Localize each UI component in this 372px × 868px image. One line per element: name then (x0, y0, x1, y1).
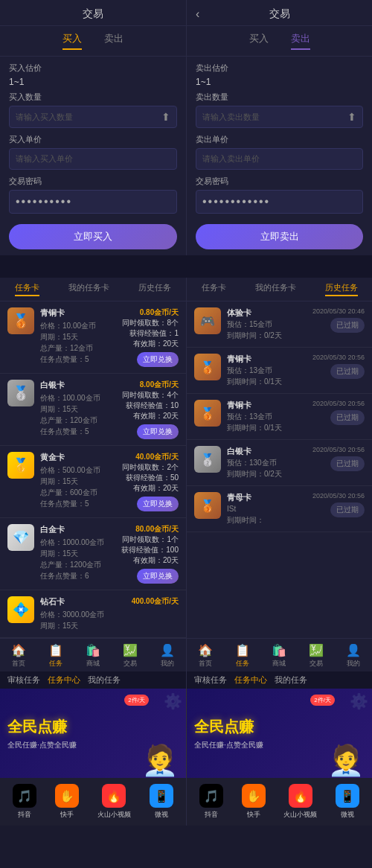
silver-info: 白银卡 价格：100.00金币周期：15天总产量：120金币任务点赞量：5 (40, 380, 119, 437)
left-subtitle-audit[interactable]: 审核任务 (7, 674, 40, 686)
sell-quantity-arrow[interactable]: ⬆ (347, 111, 356, 123)
kuaishou-label-left: 快手 (60, 810, 74, 820)
hist-card-experience: 🎮 体验卡 预估：15金币到期时间：0/2天 2020/05/30 20:46 … (187, 301, 372, 348)
silver-redeem-btn[interactable]: 立即兑换 (137, 424, 179, 439)
task-nav-history[interactable]: 历史任务 (138, 282, 171, 296)
nav-home-left[interactable]: 🏠 首页 (11, 643, 26, 668)
hist-bronze2-expired-btn[interactable]: 已过期 (330, 410, 365, 425)
sell-password-input[interactable]: •••••••••••• (196, 190, 363, 214)
app-douyin-left[interactable]: 🎵 抖音 (13, 784, 36, 820)
nav-task-label-right: 任务 (236, 659, 249, 668)
left-subtitle-my[interactable]: 我的任务 (88, 674, 121, 686)
platinum-redeem-btn[interactable]: 立即兑换 (137, 569, 179, 584)
quantity-input[interactable]: 请输入买入数量 ⬆ (9, 106, 177, 128)
left-promo-figure: 🧑‍💼 (141, 743, 179, 778)
price-input[interactable]: 请输入买入单价 (9, 148, 177, 170)
nav-mine-right[interactable]: 👤 我的 (346, 643, 361, 668)
task-nav-cards[interactable]: 任务卡 (15, 282, 39, 296)
sell-button[interactable]: 立即卖出 (196, 224, 363, 249)
tab-sell-left[interactable]: 卖出 (104, 32, 124, 50)
app-huoshan-right[interactable]: 🔥 火山小视频 (283, 784, 317, 820)
nav-task-left[interactable]: 📋 任务 (48, 643, 63, 668)
password-input[interactable]: •••••••••• (9, 190, 177, 214)
left-subtitle-center[interactable]: 任务中心 (48, 674, 80, 686)
app-kuaishou-left[interactable]: ✋ 快手 (55, 784, 79, 820)
hist-bronze2-date: 2020/05/30 20:56 (312, 400, 365, 407)
bronze-redeem-btn[interactable]: 立即兑换 (137, 352, 179, 367)
right-promo-panel: ⚙️ 全民点赚 全民任赚·点赞全民赚 2件/天 🧑‍💼 (186, 689, 372, 778)
left-promo-text: 全民点赚 全民任赚·点赞全民赚 (7, 717, 77, 750)
sell-panel-title: 交易 (269, 7, 290, 21)
app-huoshan-left[interactable]: 🔥 火山小视频 (97, 784, 131, 820)
tab-sell-right[interactable]: 卖出 (291, 32, 310, 50)
hist-mother-expired-btn[interactable]: 已过期 (330, 502, 365, 517)
nav-shop-left[interactable]: 🛍️ 商城 (86, 643, 100, 668)
nav-task-right[interactable]: 📋 任务 (235, 643, 250, 668)
left-bottom-nav: 🏠 首页 📋 任务 🛍️ 商城 💹 交易 👤 我的 (0, 638, 186, 671)
silver-extra: 同时领取数：4个获得经验值：10有效期：20天 (119, 390, 179, 421)
douyin-icon-left: 🎵 (13, 784, 36, 808)
weishi-icon-right: 📱 (336, 784, 359, 808)
tab-buy[interactable]: 买入 (62, 32, 82, 50)
right-subtitle-my[interactable]: 我的任务 (275, 674, 307, 686)
gold-right: 40.00金币/天 同时领取数：2个获得经验值：50有效期：20天 立即兑换 (119, 452, 179, 511)
task-card-diamond: 💠 钻石卡 价格：3000.00金币周期：15天 400.00金币/天 (0, 590, 186, 638)
quantity-label: 买入数量 (9, 92, 177, 103)
buy-panel: 交易 买入 卖出 买入估价 1~1 买入数量 请输入买入数量 ⬆ 买入单价 请输… (0, 0, 186, 255)
nav-mine-label-right: 我的 (347, 659, 360, 668)
right-task-nav-history[interactable]: 历史任务 (325, 282, 358, 296)
hist-bronze1-expired-btn[interactable]: 已过期 (330, 364, 365, 379)
buy-button[interactable]: 立即买入 (9, 224, 177, 249)
hist-experience-expired-btn[interactable]: 已过期 (330, 318, 365, 333)
hist-silver-icon: 🥈 (194, 446, 221, 473)
platinum-detail: 价格：1000.00金币周期：15天总产量：1200金币任务点赞量：6 (40, 537, 119, 581)
weishi-icon-left: 📱 (150, 784, 173, 808)
nav-trade-right[interactable]: 💹 交易 (309, 643, 324, 668)
nav-trade-left[interactable]: 💹 交易 (123, 643, 138, 668)
right-task-panel: 任务卡 我的任务卡 历史任务 🎮 体验卡 预估：15金币到期时间：0/2天 20… (186, 278, 372, 638)
weishi-label-left: 微视 (155, 810, 168, 820)
hist-card-bronze2: 🥉 青铜卡 预估：13金币到期时间：0/1天 2020/05/30 20:56 … (187, 394, 372, 440)
diamond-info: 钻石卡 价格：3000.00金币周期：15天 (40, 596, 119, 631)
hist-bronze1-sub: 预估：13金币到期时间：0/1天 (227, 365, 312, 387)
app-weishi-left[interactable]: 📱 微视 (150, 784, 173, 820)
sell-price-input[interactable]: 请输入卖出单价 (196, 148, 363, 170)
app-weishi-right[interactable]: 📱 微视 (336, 784, 359, 820)
nav-mine-left[interactable]: 👤 我的 (160, 643, 175, 668)
hist-card-bronze1: 🥉 青铜卡 预估：13金币到期时间：0/1天 2020/05/30 20:56 … (187, 348, 372, 394)
tab-buy-right[interactable]: 买入 (249, 32, 269, 50)
task-card-gold: 🥇 黄金卡 价格：500.00金币周期：15天总产量：600金币任务点赞量：5 … (0, 446, 186, 518)
top-trading-row: 交易 买入 卖出 买入估价 1~1 买入数量 请输入买入数量 ⬆ 买入单价 请输… (0, 0, 372, 255)
platinum-right: 80.00金币/天 同时领取数：1个获得经验值：100有效期：20天 立即兑换 (119, 524, 179, 584)
nav-shop-right[interactable]: 🛍️ 商城 (272, 643, 286, 668)
gold-redeem-btn[interactable]: 立即兑换 (137, 497, 179, 511)
nav-home-label-right: 首页 (199, 659, 212, 668)
app-kuaishou-right[interactable]: ✋ 快手 (242, 784, 266, 820)
right-subtitle-center[interactable]: 任务中心 (234, 674, 267, 686)
task-row: 任务卡 我的任务卡 历史任务 🥉 青铜卡 价格：10.00金币周期：15天总产量… (0, 278, 372, 638)
app-douyin-right[interactable]: 🎵 抖音 (199, 784, 223, 820)
buy-panel-header: 交易 (0, 0, 186, 26)
gold-extra: 同时领取数：2个获得经验值：50有效期：20天 (119, 462, 179, 494)
huoshan-icon-left: 🔥 (102, 784, 126, 808)
hist-mother-title: 青母卡 (227, 492, 312, 503)
shop-icon-right: 🛍️ (272, 643, 286, 657)
right-task-nav-cards[interactable]: 任务卡 (202, 282, 226, 296)
nav-home-right[interactable]: 🏠 首页 (198, 643, 213, 668)
sell-quantity-placeholder: 请输入卖出数量 (202, 112, 260, 123)
hist-mother-right: 2020/05/30 20:56 已过期 (312, 492, 365, 517)
sell-tab-row: 买入 卖出 (187, 26, 372, 57)
sell-estimate-label: 卖出估价 (196, 63, 363, 74)
hist-mother-date: 2020/05/30 20:56 (312, 492, 365, 500)
back-arrow-icon[interactable]: ‹ (196, 7, 199, 21)
price-label: 买入单价 (9, 134, 177, 145)
hist-silver-info: 白银卡 预估：130金币到期时间：0/2天 (227, 446, 312, 479)
right-task-nav-my[interactable]: 我的任务卡 (255, 282, 296, 296)
right-promo-title: 全民点赚 (194, 717, 263, 737)
hist-silver-expired-btn[interactable]: 已过期 (330, 456, 365, 471)
left-subtitle: 审核任务 任务中心 我的任务 (0, 671, 186, 689)
quantity-arrow[interactable]: ⬆ (161, 111, 170, 123)
sell-quantity-input[interactable]: 请输入卖出数量 ⬆ (196, 106, 363, 128)
task-nav-my-cards[interactable]: 我的任务卡 (68, 282, 109, 296)
right-subtitle-audit[interactable]: 审核任务 (194, 674, 227, 686)
